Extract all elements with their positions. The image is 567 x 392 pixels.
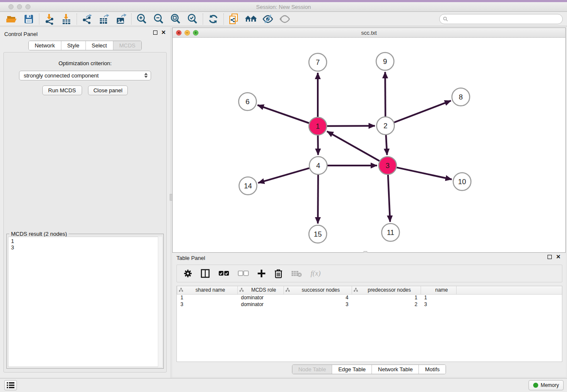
open-folder-icon [6,14,18,25]
zoom-selected-button[interactable] [184,13,201,25]
graph-node-15[interactable]: 15 [309,225,327,243]
tab-select[interactable]: Select [86,41,113,50]
save-disk-icon [23,14,34,25]
import-table-button[interactable] [58,13,75,25]
graph-node-10[interactable]: 10 [453,173,471,190]
result-scrollbar[interactable] [158,237,162,367]
column-header-successor-nodes[interactable]: successor nodes [284,286,352,294]
table-row[interactable]: 1dominator411 [177,294,562,301]
graph-edge-4-15[interactable] [318,175,318,224]
eye-slash-icon [262,14,274,25]
mcds-panel: Optimization criterion: strongly connect… [3,52,167,373]
column-visibility-button[interactable] [201,269,210,278]
graph-node-14[interactable]: 14 [239,177,257,195]
node-table: shared name MCDS role successor nodes [176,286,562,362]
hide-panels-button[interactable] [259,13,276,25]
add-column-button[interactable] [257,269,266,278]
memory-button[interactable]: Memory [528,380,564,390]
table-row[interactable]: 3dominator323 [177,301,562,308]
zoom-out-button[interactable] [150,13,167,25]
svg-text:2: 2 [383,122,387,130]
criterion-dropdown[interactable]: strongly connected component [19,71,151,80]
graph-node-8[interactable]: 8 [452,88,470,106]
tab-edge-table[interactable]: Edge Table [332,365,372,374]
open-session-button[interactable] [3,13,20,25]
function-builder-button[interactable]: f(x) [311,269,321,278]
clone-network-button[interactable] [226,13,242,25]
close-panel-button[interactable]: Close panel [88,86,128,95]
save-session-button[interactable] [20,13,37,25]
graph-edge-1-6[interactable] [258,105,309,123]
graph-edge-2-8[interactable] [394,101,451,122]
mcds-result-title: MCDS result (2 nodes) [9,231,69,237]
tab-network-table[interactable]: Network Table [372,365,419,374]
column-header-shared-name[interactable]: shared name [177,286,238,294]
tab-network[interactable]: Network [29,41,61,50]
network-window-titlebar[interactable]: ✕ − + scc.txt [173,28,565,38]
show-panels-button[interactable] [276,13,293,25]
graph-edge-1-2[interactable] [327,126,375,126]
import-network-button[interactable] [41,13,58,25]
tab-motifs[interactable]: Motifs [419,365,446,374]
graph-node-1[interactable]: 1 [309,117,327,135]
cybrowser-home-button[interactable] [242,13,259,25]
window-title: Session: New Session [0,4,567,10]
graph-node-2[interactable]: 2 [377,117,394,135]
export-network-button[interactable] [79,13,96,25]
network-graph[interactable]: 7968124314101511 [173,38,565,252]
svg-text:11: 11 [387,229,394,237]
table-options-button[interactable] [184,269,192,278]
tab-style[interactable]: Style [61,41,86,50]
run-mcds-button[interactable]: Run MCDS [42,86,82,95]
tab-mcds[interactable]: MCDS [113,41,141,50]
graph-edge-2-3[interactable] [386,135,387,155]
apply-layout-button[interactable] [205,13,222,25]
zoom-fit-button[interactable] [167,13,184,25]
graph-node-6[interactable]: 6 [239,93,256,110]
column-header-filler [457,286,562,294]
column-header-name[interactable]: name [421,286,457,294]
select-all-rows-button[interactable] [218,271,229,276]
close-panel-icon[interactable]: ✕ [161,30,166,35]
graph-node-7[interactable]: 7 [309,53,327,71]
mcds-result-group: MCDS result (2 nodes) 1 3 [6,234,164,369]
deselect-all-rows-button[interactable] [238,271,249,276]
svg-text:14: 14 [244,182,252,190]
export-table-button[interactable] [96,13,113,25]
column-header-predecessor-nodes[interactable]: predecessor nodes [352,286,421,294]
close-table-panel-icon[interactable]: ✕ [556,255,561,259]
attribute-icon [354,288,358,292]
table-cell: 3 [177,301,238,308]
graph-edge-3-10[interactable] [397,168,452,179]
graph-node-9[interactable]: 9 [376,52,394,70]
mcds-result-text[interactable]: 1 3 [8,237,162,367]
column-header-mcds-role[interactable]: MCDS role [238,286,284,294]
toolbar-separator [203,14,203,25]
graph-edge-3-11[interactable] [388,175,390,222]
fx-icon: f(x) [311,269,321,278]
graph-edge-4-14[interactable] [258,168,309,183]
task-history-button[interactable] [4,380,17,390]
delete-column-button[interactable] [274,269,283,278]
graph-node-4[interactable]: 4 [309,157,327,174]
zoom-selected-icon [187,13,198,25]
table-cell: dominator [238,294,284,301]
search-input[interactable] [439,14,563,24]
export-image-button[interactable] [113,13,129,25]
graph-node-3[interactable]: 3 [379,157,396,174]
table-tabs: Node Table Edge Table Network Table Moti… [172,364,566,374]
zoom-in-button[interactable] [133,13,150,25]
float-table-panel-icon[interactable] [548,255,552,259]
table-cell: 3 [421,301,457,308]
delete-table-button[interactable] [291,270,302,277]
network-canvas[interactable]: 7968124314101511 [173,38,565,252]
graph-edge-3-1[interactable] [327,131,380,161]
status-bar: Memory [0,378,567,392]
graph-node-11[interactable]: 11 [382,224,399,241]
optimization-criterion-label: Optimization criterion: [4,60,166,66]
float-panel-icon[interactable] [153,30,157,35]
zoom-fit-icon [170,13,182,25]
memory-status-icon [533,383,538,388]
tab-node-table[interactable]: Node Table [292,365,333,374]
graph-edge-2-9[interactable] [385,72,385,116]
